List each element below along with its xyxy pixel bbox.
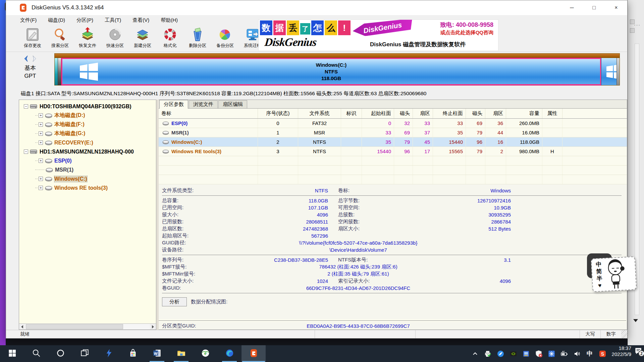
toolbar-button-delete-partition[interactable]: 删除分区 xyxy=(184,25,211,49)
snowflake-tool-icon[interactable] xyxy=(548,350,555,358)
toolbar-button-new-partition[interactable]: 新建分区 xyxy=(129,25,156,49)
column-header-2[interactable]: 文件系统 xyxy=(298,109,341,118)
defender-shield-icon[interactable] xyxy=(535,350,543,358)
power-plug-icon[interactable] xyxy=(560,350,568,358)
column-header-11[interactable]: 属性 xyxy=(542,109,562,118)
partition-block-re-tools[interactable] xyxy=(601,58,616,85)
toolbar-button-search-partition[interactable]: 搜索分区 xyxy=(46,25,74,49)
flash-app-button[interactable] xyxy=(97,345,121,362)
thunder-icon[interactable] xyxy=(497,350,504,358)
table-row[interactable]: ESP(0)0FAT3203233336936260.0MB xyxy=(159,119,627,128)
expand-icon[interactable]: + xyxy=(39,177,43,181)
caret-down-icon[interactable] xyxy=(633,319,638,322)
toolbar-button-save[interactable]: 保存更改 xyxy=(19,25,46,49)
column-header-4[interactable]: 起始柱面 xyxy=(362,109,394,118)
banner-qq-link[interactable]: 或点击此处选择QQ咨询 xyxy=(416,29,493,36)
column-header-10[interactable]: 容量 xyxy=(506,109,542,118)
resize-grip[interactable] xyxy=(621,330,627,338)
nvidia-icon[interactable] xyxy=(509,350,517,358)
toolbar-button-backup-partition[interactable]: 备份分区 xyxy=(211,25,239,49)
expand-icon[interactable]: + xyxy=(39,159,43,163)
action-center-button[interactable]: 2 xyxy=(633,345,644,357)
menu-item-5[interactable]: 查看(V) xyxy=(132,17,149,23)
column-header-5[interactable]: 磁头 xyxy=(394,109,413,118)
tree-item-windows-c-[interactable]: +Windows(C:) xyxy=(19,174,156,183)
taskbar-search-button[interactable] xyxy=(24,345,48,362)
scrollbar-thumb[interactable] xyxy=(26,324,123,329)
intel-graphics-icon[interactable] xyxy=(522,350,530,358)
column-header-8[interactable]: 磁头 xyxy=(466,109,485,118)
ime-status-widget[interactable]: 中简半♥ xyxy=(592,257,638,292)
tree-item-msr-1-[interactable]: MSR(1) xyxy=(19,165,156,174)
tree-item--d-[interactable]: +本地磁盘(D:) xyxy=(19,111,156,120)
tab-扇区编辑[interactable]: 扇区编辑 xyxy=(218,100,247,108)
scrollbar-track[interactable] xyxy=(25,324,150,329)
analyze-button[interactable]: 分析 xyxy=(162,297,187,306)
tree-item-esp-0-[interactable]: +ESP(0) xyxy=(19,156,156,165)
tree-item-recovery-e-[interactable]: +RECOVERY(E:) xyxy=(19,138,156,147)
diskgenius-taskbar-button[interactable] xyxy=(241,345,266,362)
table-row[interactable]: Windows(C:)2NTFS357945154409616118.0GB xyxy=(159,137,627,147)
expand-icon[interactable]: + xyxy=(39,140,43,145)
banner-contact[interactable]: 致电: 400-008-9958 或点击此处选择QQ咨询 xyxy=(416,20,493,36)
expand-icon[interactable]: + xyxy=(39,113,43,118)
collapse-icon[interactable]: − xyxy=(24,104,28,109)
file-explorer-button[interactable] xyxy=(169,345,193,362)
sogou-icon[interactable]: S xyxy=(599,350,606,358)
column-header-6[interactable]: 扇区 xyxy=(413,109,433,118)
separator xyxy=(162,293,622,293)
toolbar-button-quick-partition[interactable]: 快速分区 xyxy=(101,25,129,49)
tree-horizontal-scrollbar[interactable] xyxy=(19,323,156,329)
volume-icon[interactable] xyxy=(573,350,581,358)
browser-360-button[interactable]: e xyxy=(193,345,217,362)
ime-lang-icon[interactable]: 中 xyxy=(586,350,594,358)
printer-status-icon[interactable] xyxy=(484,350,492,358)
edge-button[interactable] xyxy=(217,345,241,362)
maximize-button[interactable]: □ xyxy=(583,0,605,15)
expand-icon[interactable]: + xyxy=(39,131,43,136)
partition-block-windows-c[interactable]: Windows(C:) NTFS 118.0GB xyxy=(61,58,601,85)
expand-icon[interactable]: + xyxy=(39,122,43,127)
prev-disk-icon[interactable] xyxy=(23,55,29,62)
tree-item--g-[interactable]: +本地磁盘(G:) xyxy=(19,129,156,138)
table-row[interactable]: MSR(1)1MSR33693735794416.0MB xyxy=(159,128,627,137)
close-button[interactable]: × xyxy=(605,0,627,15)
partition-sliver-msr[interactable] xyxy=(58,58,61,85)
menu-item-6[interactable]: 帮助(H) xyxy=(161,17,178,23)
tab-分区参数[interactable]: 分区参数 xyxy=(159,100,188,109)
menu-item-4[interactable]: 工具(T) xyxy=(105,17,121,23)
expand-icon[interactable]: + xyxy=(39,186,43,190)
cortana-button[interactable] xyxy=(48,345,72,362)
menu-item-2[interactable]: 磁盘(D) xyxy=(48,17,65,23)
store-button[interactable] xyxy=(121,345,145,362)
ad-banner[interactable]: 数据丢了怎么! DiskGenius 致电: 400-008-9958 或点击此… xyxy=(258,19,498,51)
menu-item-3[interactable]: 分区(P) xyxy=(76,17,93,23)
collapse-icon[interactable]: − xyxy=(24,149,28,154)
partition-sliver-esp[interactable] xyxy=(55,58,58,85)
taskbar-clock[interactable]: 18:37 2022/5/9 xyxy=(612,345,631,362)
column-header-9[interactable]: 扇区 xyxy=(485,109,506,118)
menu-item-1[interactable]: 文件(F) xyxy=(20,17,37,23)
word-button[interactable]: W xyxy=(145,345,169,362)
tree-item-hd0-toshibamq04abf100-932gb-[interactable]: −HD0:TOSHIBAMQ04ABF100(932GB) xyxy=(19,102,156,111)
column-header-3[interactable]: 标识 xyxy=(341,109,362,118)
empty-cell xyxy=(433,156,466,165)
minimize-button[interactable]: ─ xyxy=(561,0,583,15)
tree-item-windows-re-tools-3-[interactable]: +Windows RE tools(3) xyxy=(19,183,156,192)
toolbar-button-recover-file[interactable]: 恢复文件 xyxy=(74,25,101,49)
scroll-left-icon[interactable] xyxy=(19,324,25,329)
column-header-0[interactable]: 卷标 xyxy=(159,109,258,118)
tree-item-hd1-samsungmznln128hahq-000[interactable]: −HD1:SAMSUNGMZNLN128HAHQ-000 xyxy=(19,147,156,156)
column-header-7[interactable]: 终止柱面 xyxy=(433,109,466,118)
start-button[interactable] xyxy=(0,345,24,362)
next-disk-icon[interactable] xyxy=(32,55,37,62)
task-view-button[interactable] xyxy=(72,345,97,362)
chevron-up-icon[interactable] xyxy=(471,350,479,358)
toolbar-button-format[interactable]: 格式化 xyxy=(156,25,184,49)
scroll-right-icon[interactable] xyxy=(150,324,156,329)
tab-浏览文件[interactable]: 浏览文件 xyxy=(189,100,218,108)
panel-splitter[interactable] xyxy=(156,100,159,330)
column-header-1[interactable]: 序号(状态) xyxy=(258,109,298,118)
tree-item--f-[interactable]: +本地磁盘(F:) xyxy=(19,120,156,129)
table-row[interactable]: Windows RE tools(3)3NTFS1544096171556579… xyxy=(159,147,627,156)
